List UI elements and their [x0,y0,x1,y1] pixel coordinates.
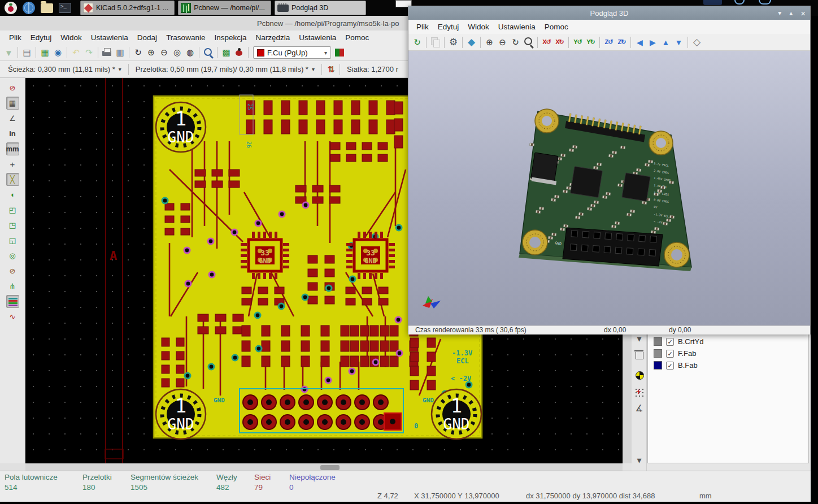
units-mm-icon[interactable]: mm [6,142,19,155]
menu-narzedzia[interactable]: Narzędzia [251,33,294,42]
zoom-out-icon[interactable]: ⊖ [496,36,509,49]
redo-icon[interactable]: ↷ [82,46,95,59]
browser-globe-icon[interactable] [21,1,36,15]
high-contrast-icon[interactable] [333,46,346,59]
pan-down-icon[interactable]: ▼ [672,36,685,49]
pads-fill-icon[interactable]: ◱ [6,234,19,247]
footprint-browser-icon[interactable]: ◉ [51,46,64,59]
layer-row-ffab[interactable]: ✓ F.Fab [648,347,808,359]
grid-visibility-icon[interactable]: ▦ [6,97,19,110]
footprint-ratsnest-icon[interactable]: ◖ [6,188,19,201]
rotate-y-neg-icon[interactable]: Y↺ [571,36,584,49]
rotate-view-icon[interactable]: ↻ [509,36,522,49]
zoom-in-icon[interactable]: ⊕ [483,36,496,49]
via-size-select[interactable]: Przelotka: 0,50 mm (19,7 mils)/ 0,30 mm … [131,65,319,73]
menu-pomoc[interactable]: Pomoc [341,33,373,42]
viewer3d-titlebar[interactable]: Podgląd 3D ▾ ▴ × [408,6,810,20]
menu-dodaj[interactable]: Dodaj [133,33,162,42]
maximize-icon[interactable]: ▴ [789,9,793,17]
pan-right-icon[interactable]: ▶ [646,36,659,49]
copy-image-icon[interactable] [429,36,442,49]
grid-origin-icon[interactable] [633,386,646,399]
grid-select[interactable]: Siatka: 1,2700 r [342,65,403,73]
drill-origin-icon[interactable] [633,368,646,381]
save-icon[interactable]: ▼ [2,46,15,59]
polar-coords-icon[interactable]: ∠ [6,112,19,125]
horizontal-scrollbar[interactable] [25,463,623,471]
pads-mode-icon[interactable]: ◰ [6,203,19,216]
terminal-icon[interactable]: >_ [58,1,72,15]
units-inch-icon[interactable]: in [6,127,19,140]
rotate-z-neg-icon[interactable]: Z↺ [602,36,615,49]
menu-plik[interactable]: Plik [412,23,433,31]
print-icon[interactable] [101,46,114,59]
menu-ustawienia-2[interactable]: Ustawienia [294,33,341,42]
rotate-y-pos-icon[interactable]: Y↻ [584,36,597,49]
menu-plik[interactable]: Plik [5,33,26,42]
pan-up-icon[interactable]: ▲ [659,36,672,49]
delete-icon[interactable] [633,348,646,361]
menu-widok[interactable]: Widok [56,33,86,42]
layer-checkbox[interactable]: ✓ [666,338,674,346]
layer-checkbox[interactable]: ✓ [666,350,674,358]
netlist-icon[interactable]: ▩ [220,46,233,59]
menu-widok[interactable]: Widok [463,23,494,31]
raspberry-menu-icon[interactable] [3,1,18,15]
zoom-fit-icon[interactable]: ◎ [171,46,184,59]
pads-outline-icon[interactable]: ◳ [6,219,19,232]
diff-pair-icon[interactable]: ⇅ [324,63,337,76]
measure-icon[interactable]: ∡ [633,402,646,415]
via-display-icon[interactable]: ◎ [6,249,19,262]
task-3dviewer[interactable]: Podgląd 3D [275,1,366,15]
viewer3d-title: Podgląd 3D [408,9,810,18]
ratsnest-icon[interactable]: ╳ [6,173,19,186]
pad-sketch-icon[interactable]: ⊘ [6,264,19,277]
menu-edytuj[interactable]: Edytuj [433,23,464,31]
length-tuner-icon[interactable]: ∿ [6,310,19,323]
layer-selector[interactable]: F.Cu (PgUp) ▾ [253,46,331,59]
drc-off-icon[interactable]: ⊘ [6,81,19,94]
menu-edytuj[interactable]: Edytuj [26,33,56,42]
rotate-x-pos-icon[interactable]: X↻ [553,36,566,49]
panel-arrow-bottom-icon[interactable]: ▾ [633,454,646,467]
rotate-x-neg-icon[interactable]: X↺ [540,36,553,49]
plot-icon[interactable]: ▥ [114,46,127,59]
task-kicad[interactable]: KiCad 5.0.2+dfsg1-1 ... [80,1,175,15]
svg-text:0: 0 [414,422,418,430]
menu-inspekcja[interactable]: Inspekcja [210,33,251,42]
page-settings-icon[interactable]: ▤ [20,46,33,59]
reload-board-icon[interactable]: ↻ [411,36,424,49]
zoom-in-icon[interactable]: ⊕ [145,46,158,59]
cursor-shape-icon[interactable]: + [6,158,19,171]
menu-trasowanie[interactable]: Trasowanie [162,33,210,42]
zoom-selection-icon[interactable]: ◍ [184,46,197,59]
ortho-view-icon[interactable]: ◇ [690,36,703,49]
track-width-select[interactable]: Ścieżka: 0,300 mm (11,81 mils) * ▾ [3,65,126,73]
viewer3d-canvas[interactable]: 3.7v PECL2.0V CMOS1.45V CMOS1.4V TTL1.2V… [408,51,810,325]
layer-checkbox[interactable]: ✓ [666,362,674,370]
track-sketch-icon[interactable]: ⋔ [6,280,19,293]
menu-pomoc[interactable]: Pomoc [540,23,573,31]
hscroll-thumb[interactable] [320,465,340,470]
minimize-icon[interactable]: ▾ [778,9,781,17]
layers-manager-icon[interactable] [6,295,19,308]
gear-icon[interactable]: ⚙ [447,36,460,49]
layer-row-bfab[interactable]: ✓ B.Fab [648,359,808,371]
undo-icon[interactable]: ↶ [69,46,82,59]
zoom-out-icon[interactable]: ⊖ [158,46,171,59]
render-cube-icon[interactable]: ◆ [465,36,478,49]
rotate-z-pos-icon[interactable]: Z↻ [615,36,628,49]
footprint-editor-icon[interactable]: ▦ [38,46,51,59]
pan-left-icon[interactable]: ◀ [633,36,646,49]
close-icon[interactable]: × [800,8,806,18]
file-manager-icon[interactable] [40,1,54,15]
layer-row-bcrtyd[interactable]: ✓ B.CrtYd [648,336,808,347]
menu-ustawienia[interactable]: Ustawienia [86,33,133,42]
find-icon[interactable] [202,46,215,59]
tray-icon-partial[interactable] [703,0,722,5]
drc-icon[interactable] [233,46,246,59]
redraw-icon[interactable]: ↻ [132,46,145,59]
zoom-fit-icon[interactable] [522,36,535,49]
menu-ustawienia[interactable]: Ustawienia [494,23,540,31]
task-pcbnew[interactable]: Pcbnew — /home/pi/... [178,1,271,15]
